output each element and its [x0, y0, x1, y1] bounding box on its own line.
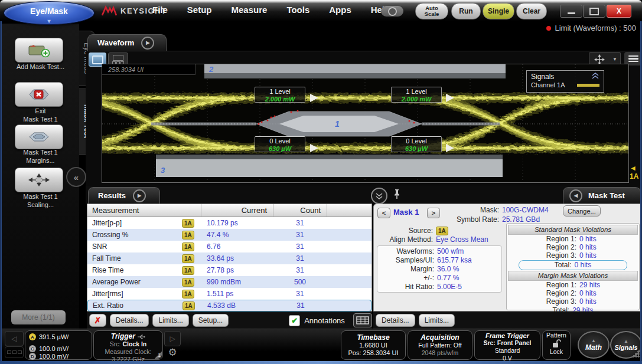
- channel-c-icon: C: [29, 345, 36, 352]
- app-window: KEYSIGHT File Setup Measure Tools Apps H…: [0, 0, 642, 364]
- channel-c-row[interactable]: C 100.0 mV/: [25, 345, 92, 352]
- camera-icon: [388, 7, 397, 16]
- pin-button[interactable]: [393, 189, 401, 202]
- margin-violations-title: Margin Mask Violations: [508, 271, 638, 281]
- table-row[interactable]: Rise Time1A 27.78 ps31: [87, 264, 371, 276]
- timebase-panel[interactable]: Timebase 1.6680 UI Pos: 258.3034 UI: [341, 330, 406, 360]
- signals-legend[interactable]: Signals Channel 1A: [526, 70, 604, 93]
- panel-collapse-button[interactable]: [371, 188, 387, 204]
- col-count: Count: [273, 204, 327, 217]
- pin-icon: [393, 189, 401, 199]
- minimize-icon: [568, 12, 575, 14]
- col-current: Current: [201, 204, 273, 217]
- menu-setup[interactable]: Setup: [187, 5, 212, 15]
- table-grid-icon: [356, 316, 369, 324]
- resize-grip[interactable]: [633, 350, 640, 358]
- delete-measurement-button[interactable]: ✗: [89, 314, 106, 327]
- pan-arrows-icon: [594, 54, 605, 65]
- math-button[interactable]: ▲ Math: [578, 331, 610, 359]
- screenshot-camera-button[interactable]: [381, 6, 403, 17]
- results-details-button[interactable]: Details...: [110, 314, 149, 327]
- exit-mask-test-icon: [26, 87, 52, 102]
- scroll-right-button[interactable]: ▷: [164, 331, 181, 346]
- frame-trigger-panel[interactable]: Frame Trigger Src: Front Panel Standard …: [474, 330, 540, 360]
- menu-file[interactable]: File: [152, 5, 168, 15]
- channel-a-row[interactable]: A 391.5 µW/: [25, 333, 92, 340]
- add-mask-test-button[interactable]: [15, 38, 63, 63]
- pattern-lock-panel[interactable]: Pattern Lock: [542, 330, 571, 360]
- maximize-button[interactable]: [583, 5, 605, 18]
- zero-level-annotation: 0 Level 630 µW: [391, 136, 442, 152]
- violations-box: Standard Mask Violations Region 1:0 hits…: [506, 223, 640, 310]
- source-badge: 1A: [182, 290, 194, 299]
- mask-region-2[interactable]: 2: [204, 64, 506, 78]
- collapse-left-icon: «: [74, 172, 79, 182]
- annotations-checkbox[interactable]: ✔: [289, 315, 300, 326]
- channel-d-row[interactable]: D 100.0 mV/: [25, 353, 92, 360]
- tab-mask-test[interactable]: ◀ Mask Test: [563, 187, 641, 204]
- limit-dot-icon: [546, 26, 551, 31]
- mask-test-button-row: Details... Limits...: [373, 311, 642, 329]
- play-icon[interactable]: ▶: [141, 37, 154, 50]
- standard-total: Total:0 hits: [519, 260, 627, 270]
- symbol-rate-field: Symbol Rate: 25.781 GBd: [428, 215, 540, 224]
- results-setup-button[interactable]: Setup...: [193, 314, 229, 327]
- scroll-left-button[interactable]: ◁: [5, 331, 24, 346]
- mask-prev-button[interactable]: <: [377, 208, 390, 218]
- auto-scale-button[interactable]: Auto Scale: [415, 3, 448, 19]
- results-limits-button[interactable]: Limits...: [152, 314, 188, 327]
- mask-margins-button[interactable]: [15, 124, 63, 149]
- channels-panel[interactable]: A 391.5 µW/ C 100.0 mV/ D 100.0 mV/: [25, 330, 92, 360]
- col-measurement: Measurement: [87, 204, 182, 217]
- close-button[interactable]: X: [607, 5, 631, 18]
- table-row[interactable]: Average Power1A 990 mdBm500: [87, 276, 371, 288]
- more-pages-button[interactable]: More (1/1): [11, 310, 66, 324]
- table-row[interactable]: SNR1A 6.7631: [87, 241, 371, 252]
- table-row[interactable]: Fall Time1A 33.64 ps31: [87, 252, 371, 264]
- table-row-selected[interactable]: Ext. Ratio1A 4.533 dB31: [87, 300, 371, 311]
- tab-results[interactable]: Results ▶: [88, 187, 160, 204]
- mask-scaling-label: Mask Test 1 Scaling...: [2, 193, 79, 209]
- clear-button[interactable]: Clear: [516, 3, 547, 19]
- tab-waveform[interactable]: Waveform ▶: [87, 34, 167, 51]
- panel-grid-button[interactable]: [5, 346, 24, 358]
- mask-region-3[interactable]: 3: [156, 155, 503, 177]
- menu-tools[interactable]: Tools: [286, 5, 309, 15]
- acquisition-panel[interactable]: Acquisition Full Pattern: Off 2048 pts/w…: [408, 330, 472, 360]
- mask-region-1[interactable]: 1: [151, 112, 500, 136]
- mask-scaling-button[interactable]: [15, 168, 63, 192]
- table-row[interactable]: Jitter[p-p]1A 10.179 ps31: [87, 217, 371, 229]
- gear-icon: ⚙: [168, 346, 177, 359]
- quad-view-icon: [113, 55, 123, 61]
- channel-color-swatch: [577, 84, 599, 87]
- eye-diagram-display[interactable]: 2 3 1: [102, 64, 629, 183]
- source-badge: 1A: [182, 254, 194, 263]
- single-button[interactable]: Single: [483, 3, 514, 19]
- menu-apps[interactable]: Apps: [329, 5, 351, 15]
- window-edge: [0, 21, 2, 361]
- align-method-field: Align Method: Eye Cross Mean: [374, 235, 488, 244]
- run-button[interactable]: Run: [451, 3, 481, 19]
- mask-details-button[interactable]: Details...: [376, 314, 415, 327]
- add-mask-test-label: Add Mask Test...: [2, 63, 79, 71]
- sidebar-collapse-button[interactable]: «: [66, 167, 86, 187]
- table-row[interactable]: Crossing %1A 47.4 %31: [87, 229, 371, 241]
- mask-limits-button[interactable]: Limits...: [419, 314, 455, 327]
- change-mask-button[interactable]: Change...: [563, 205, 601, 217]
- collapse-up-icon[interactable]: [591, 73, 599, 80]
- table-view-button[interactable]: [353, 313, 372, 327]
- lower-tab-strip: Results ▶ ◀ Mask Test: [86, 186, 642, 204]
- trigger-panel[interactable]: Trigger Src: Clock In Measured Clock: 3.…: [93, 330, 163, 360]
- minimize-button[interactable]: [560, 5, 582, 18]
- source-badge: 1A: [182, 219, 194, 228]
- eye-mask-app-button[interactable]: Eye/Mask ▾: [4, 1, 94, 25]
- timebase-corner-label: 258.3034 UI: [102, 64, 195, 75]
- play-icon[interactable]: ▶: [133, 189, 146, 202]
- menu-measure[interactable]: Measure: [232, 5, 268, 15]
- exit-mask-test-button[interactable]: [15, 82, 63, 107]
- settings-button[interactable]: ⚙: [164, 345, 181, 359]
- svg-text:2: 2: [208, 65, 214, 74]
- mask-stats-box: Waveforms:500 wfm Samples/UI:615.77 ksa …: [377, 245, 502, 293]
- table-row[interactable]: Jitter[rms]1A 1.511 ps31: [87, 288, 371, 300]
- back-icon[interactable]: ◀: [569, 189, 582, 202]
